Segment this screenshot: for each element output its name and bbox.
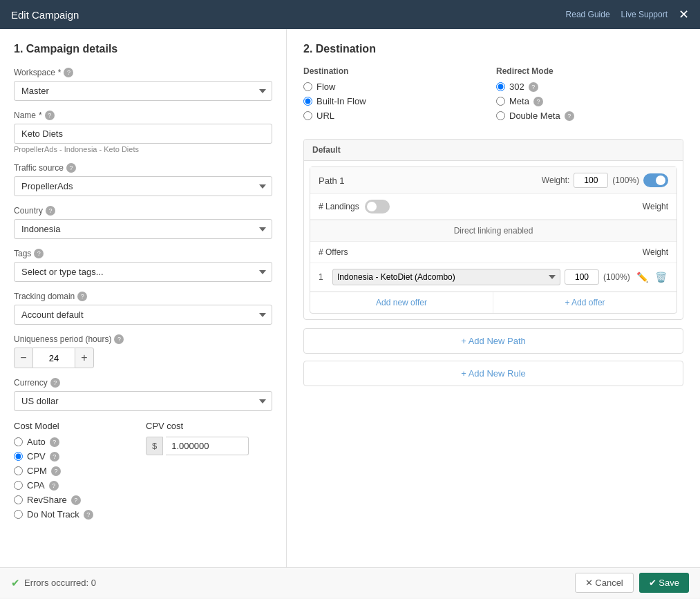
- donottrack-help-icon[interactable]: ?: [84, 510, 93, 520]
- modal-title: Edit Campaign: [11, 9, 79, 21]
- redirect-meta-help-icon[interactable]: ?: [533, 97, 543, 106]
- redirect-302-help-icon[interactable]: ?: [529, 82, 538, 92]
- save-button[interactable]: ✔ Save: [639, 573, 689, 593]
- close-button[interactable]: ✕: [679, 7, 689, 22]
- offer-weight-input[interactable]: [565, 269, 599, 285]
- cpa-help-icon[interactable]: ?: [49, 481, 59, 491]
- path-toggle[interactable]: [643, 173, 668, 187]
- dest-flow-radio[interactable]: [303, 82, 312, 91]
- workspace-select[interactable]: Master: [14, 81, 272, 101]
- name-help-icon[interactable]: ?: [45, 111, 55, 120]
- offer-edit-button[interactable]: ✏️: [635, 270, 650, 284]
- offers-weight-label: Weight: [643, 247, 668, 257]
- offer-delete-button[interactable]: 🗑️: [654, 270, 668, 284]
- modal-body: 1. Campaign details Workspace* ? Master …: [0, 29, 700, 567]
- uniqueness-period-group: Uniqueness period (hours) ? − +: [14, 334, 272, 368]
- workspace-help-icon[interactable]: ?: [64, 68, 73, 77]
- name-group: Name* ? PropellerAds - Indonesia - Keto …: [14, 111, 272, 153]
- cost-model-cpm[interactable]: CPM ?: [14, 466, 140, 476]
- cost-model-radio-group: Auto ? CPV ? CPM ?: [14, 437, 140, 520]
- cost-model-auto[interactable]: Auto ?: [14, 437, 140, 447]
- add-offer-link[interactable]: + Add offer: [493, 292, 677, 313]
- redirect-mode-col-title: Redirect Mode: [496, 66, 683, 76]
- tracking-domain-group: Tracking domain ? Account default: [14, 292, 272, 325]
- cpv-cost-input[interactable]: [166, 437, 249, 455]
- right-panel: 2. Destination Destination Flow Built-In…: [287, 29, 700, 567]
- cost-model-cpv[interactable]: CPV ?: [14, 451, 140, 462]
- cpm-help-icon[interactable]: ?: [51, 466, 61, 476]
- country-select[interactable]: Indonesia: [14, 219, 272, 239]
- redirect-302[interactable]: 302 ?: [496, 82, 683, 92]
- rule-box: Default Path 1 Weight: (100%): [303, 139, 683, 320]
- header-actions: Read Guide Live Support ✕: [566, 7, 689, 22]
- left-panel: 1. Campaign details Workspace* ? Master …: [0, 29, 287, 567]
- landings-toggle[interactable]: [365, 200, 390, 213]
- offer-select[interactable]: Indonesia - KetoDiet (Adcombo): [332, 269, 560, 285]
- dest-flow[interactable]: Flow: [303, 82, 491, 92]
- currency-help-icon[interactable]: ?: [50, 378, 60, 388]
- add-new-path-button[interactable]: + Add New Path: [303, 328, 683, 354]
- name-hint: PropellerAds - Indonesia - Keto Diets: [14, 145, 272, 153]
- country-help-icon[interactable]: ?: [46, 206, 55, 216]
- currency-group: Currency ? US dollar: [14, 378, 272, 411]
- tags-help-icon[interactable]: ?: [34, 249, 44, 258]
- workspace-group: Workspace* ? Master: [14, 68, 272, 101]
- tracking-domain-select[interactable]: Account default: [14, 305, 272, 325]
- error-message: ✔ Errors occurred: 0: [11, 577, 96, 589]
- workspace-label: Workspace* ?: [14, 68, 272, 77]
- read-guide-link[interactable]: Read Guide: [566, 10, 610, 19]
- cost-model-section: Cost Model Auto ? CPV ?: [14, 421, 272, 520]
- footer-actions: ✕ Cancel ✔ Save: [575, 573, 689, 593]
- destination-title: 2. Destination: [303, 43, 683, 55]
- cost-model-donottrack-radio[interactable]: [14, 510, 23, 519]
- landings-weight-label: Weight: [643, 202, 668, 211]
- redirect-302-radio[interactable]: [496, 82, 505, 91]
- live-support-link[interactable]: Live Support: [621, 10, 668, 19]
- revshare-help-icon[interactable]: ?: [71, 495, 81, 505]
- cost-model-donottrack[interactable]: Do Not Track ?: [14, 509, 140, 520]
- cost-model-cpa-radio[interactable]: [14, 481, 23, 490]
- campaign-details-title: 1. Campaign details: [14, 43, 272, 55]
- dest-url-radio[interactable]: [303, 111, 312, 120]
- tags-select[interactable]: Select or type tags...: [14, 262, 272, 282]
- cpv-help-icon[interactable]: ?: [50, 452, 59, 462]
- traffic-source-select[interactable]: PropellerAds: [14, 176, 272, 196]
- uniqueness-decrement-button[interactable]: −: [14, 348, 33, 368]
- modal-header: Edit Campaign Read Guide Live Support ✕: [0, 0, 700, 29]
- cost-model-revshare-radio[interactable]: [14, 495, 23, 504]
- dest-builtin-flow[interactable]: Built-In Flow: [303, 96, 491, 106]
- cost-model-cpa[interactable]: CPA ?: [14, 480, 140, 491]
- direct-linking: Direct linking enabled: [310, 220, 677, 242]
- destination-col-title: Destination: [303, 66, 491, 76]
- traffic-source-help-icon[interactable]: ?: [66, 163, 76, 173]
- path-title: Path 1: [319, 175, 345, 186]
- cancel-button[interactable]: ✕ Cancel: [575, 573, 634, 593]
- path-header: Path 1 Weight: (100%): [310, 167, 677, 194]
- cost-model-auto-radio[interactable]: [14, 437, 23, 446]
- cost-model-cpm-radio[interactable]: [14, 466, 23, 475]
- dest-url[interactable]: URL: [303, 111, 491, 121]
- currency-select[interactable]: US dollar: [14, 391, 272, 411]
- uniqueness-period-help-icon[interactable]: ?: [114, 334, 124, 344]
- uniqueness-input[interactable]: [33, 348, 75, 368]
- redirect-meta-radio[interactable]: [496, 97, 505, 106]
- redirect-double-meta-radio[interactable]: [496, 111, 505, 120]
- offers-title: # Offers: [319, 247, 348, 257]
- auto-help-icon[interactable]: ?: [50, 437, 59, 447]
- add-new-rule-button[interactable]: + Add New Rule: [303, 361, 683, 386]
- tracking-domain-help-icon[interactable]: ?: [77, 292, 87, 301]
- tracking-domain-label: Tracking domain ?: [14, 292, 272, 301]
- path-weight-input[interactable]: [574, 173, 608, 188]
- add-new-offer-link[interactable]: Add new offer: [310, 292, 493, 313]
- dest-builtin-flow-radio[interactable]: [303, 97, 312, 106]
- redirect-meta[interactable]: Meta ?: [496, 96, 683, 106]
- landings-title-group: # Landings: [319, 200, 390, 213]
- landings-header: # Landings Weight: [310, 194, 677, 220]
- country-group: Country ? Indonesia: [14, 206, 272, 239]
- name-input[interactable]: [14, 124, 272, 144]
- uniqueness-increment-button[interactable]: +: [75, 348, 94, 368]
- redirect-double-meta[interactable]: Double Meta ?: [496, 111, 683, 121]
- redirect-double-meta-help-icon[interactable]: ?: [565, 111, 574, 121]
- cost-model-cpv-radio[interactable]: [14, 452, 23, 461]
- cost-model-revshare[interactable]: RevShare ?: [14, 495, 140, 505]
